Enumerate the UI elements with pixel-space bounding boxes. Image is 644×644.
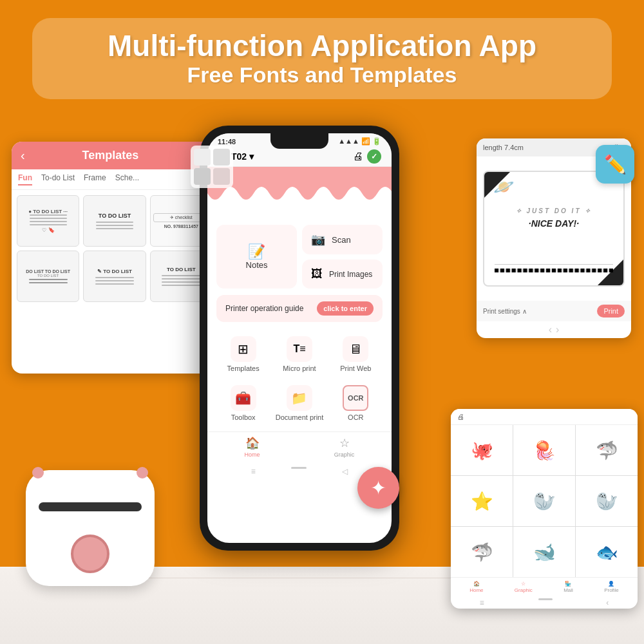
microprint-icon: T≡ [287,336,312,362]
creatures-nav-home[interactable]: 🏠 Home [469,581,483,593]
printer-paper-slot [39,502,142,511]
chevron-left-icon[interactable]: ‹ [549,324,552,336]
list-item[interactable]: 🦈 [451,527,513,577]
templates-panel-title: Templates [82,149,138,162]
templates-header: ‹ Templates [12,142,218,169]
templates-back-icon[interactable]: ‹ [21,148,25,163]
phone-wave-decoration [207,167,392,218]
menu-indicator: ≡ [480,598,484,607]
home-nav-icon: 🏠 [245,436,260,450]
notebook-nice-day-text: ✧ JUST DO IT ✧ ·NICE DAY!· [516,207,592,229]
creatures-mall-icon: 🏪 [565,581,571,587]
list-item[interactable]: ● TO DO LIST ··· ♡🔖 [17,195,79,247]
printer-corner-tr [137,467,148,478]
list-item[interactable]: 🐟 [576,527,638,577]
printer-corner-tl [32,467,44,478]
ocr-icon-item[interactable]: OCR OCR [329,380,383,426]
creatures-home-icon: 🏠 [473,581,480,587]
notebook-image-area: 🪐 ✧ JUST DO IT ✧ ·NICE DAY!· [483,171,625,287]
home-bar-indicator [538,598,553,600]
nav-back-icon: ◁ [342,467,348,476]
scan-print-column: 📷 Scan 🖼 Print Images [302,225,383,289]
notes-menu-item[interactable]: 📝 Notes [216,225,297,289]
templates-panel: ‹ Templates Fun To-do List Frame Sche...… [12,142,218,374]
print-settings-text: Print settings ∧ [483,308,527,315]
creatures-nav-graphic[interactable]: ☆ Graphic [515,581,533,593]
grid-shape-tr [213,149,230,166]
phone-time: 11:48 [218,138,236,146]
print-images-menu-item[interactable]: 🖼 Print Images [302,260,383,289]
corner-decoration-br [598,260,623,285]
templates-icon-item[interactable]: ⊞ Templates [216,331,270,377]
printer-button[interactable] [71,535,109,573]
list-item[interactable]: 🦈 [576,425,638,475]
notebook-print-button[interactable]: Print [597,305,625,317]
phone-bottom-nav: 🏠 Home ☆ Graphic [207,431,392,464]
notebook-nav-dots: ‹ › [477,321,631,338]
print-icon[interactable]: 🖨 [353,151,363,162]
graphic-nav-icon: ☆ [339,436,350,450]
grid-shape-overlay [191,146,233,188]
phone-notch [270,133,328,149]
microprint-icon-item[interactable]: T≡ Micro print [272,331,326,377]
phone-menu-grid: 📝 Notes 📷 Scan 🖼 Print Images [207,218,392,291]
creatures-graphic-icon: ☆ [521,581,526,587]
printer-guide-banner: Printer operation guide click to enter [216,295,383,322]
edit-icon-overlay[interactable]: ✏️ [596,145,634,184]
tab-sche[interactable]: Sche... [115,173,139,185]
creatures-grid: 🐙 🪼 🦈 ⭐ 🦭 🦭 🦈 🐋 🐟 [451,425,638,577]
notebook-length-text: length 7.4cm [483,144,524,151]
printweb-icon-item[interactable]: 🖥 Print Web [329,331,383,377]
header-title: Multi-function Application App [52,30,592,62]
notebook-bottom-bar: Print settings ∧ Print [477,301,631,321]
list-item[interactable]: 🐋 [513,527,575,577]
nav-home[interactable]: 🏠 Home [245,436,260,458]
grid-shape-tl [194,149,211,166]
list-item[interactable]: 🪼 [513,425,575,475]
list-item[interactable]: 🦭 [513,476,575,526]
nav-menu-icon: ≡ [251,467,256,476]
phone-top-bar: 🏠 T02 ▾ 🖨 ✓ [207,147,392,167]
creatures-nav-indicators: ≡ ‹ [451,596,638,609]
phone-icon-grid: ⊞ Templates T≡ Micro print 🖥 Print Web 🧰… [207,326,392,431]
tab-fun[interactable]: Fun [18,173,32,185]
creatures-nav-mall[interactable]: 🏪 Mall [564,581,573,593]
list-item[interactable]: TO DO LIST [83,195,146,247]
list-item[interactable]: 🦭 [576,476,638,526]
planet-icon: 🪐 [493,177,514,197]
chevron-right-icon[interactable]: › [556,324,559,336]
back-indicator: ‹ [606,598,609,607]
creatures-bottom-nav: 🏠 Home ☆ Graphic 🏪 Mall 👤 Profile [451,577,638,596]
home-indicator-bar [291,467,307,469]
printer-body [26,470,155,586]
list-item[interactable]: 🐙 [451,425,513,475]
docprint-icon-item[interactable]: 📁 Document print [272,380,326,426]
tab-frame[interactable]: Frame [84,173,106,185]
scan-menu-item[interactable]: 📷 Scan [302,225,383,254]
creatures-nav-profile[interactable]: 👤 Profile [604,581,619,593]
check-icon[interactable]: ✓ [367,149,381,164]
list-item[interactable]: DO LIST TO DO LIST TO DO LIST [17,251,79,302]
creatures-profile-icon: 👤 [608,581,614,587]
creatures-panel-header: 🖨 [451,409,638,425]
templates-icon: ⊞ [231,336,256,362]
notebook-lines [495,264,613,272]
nav-graphic[interactable]: ☆ Graphic [334,436,355,458]
header-banner: Multi-function Application App Free Font… [32,18,612,99]
ocr-icon: OCR [343,385,368,411]
toolbox-icon: 🧰 [231,385,256,411]
grid-shape-br [213,168,230,185]
click-to-enter-button[interactable]: click to enter [317,301,374,316]
star-overlay-button[interactable]: ✦ [357,467,399,509]
creatures-header-text: 🖨 [457,413,464,421]
templates-tabs: Fun To-do List Frame Sche... [12,169,218,190]
header-subtitle: Free Fonts and Templates [52,62,592,88]
printer-device [26,470,167,612]
list-item[interactable]: ⭐ [451,476,513,526]
tab-todolist[interactable]: To-do List [41,173,75,185]
docprint-icon: 📁 [287,385,312,411]
toolbox-icon-item[interactable]: 🧰 Toolbox [216,380,270,426]
list-item[interactable]: ✎ TO DO LIST [83,251,146,302]
phone-signal: ▲▲▲ 📶 🔋 [338,137,381,146]
templates-grid: ● TO DO LIST ··· ♡🔖 TO DO LIST ✈ checkli… [12,190,218,307]
